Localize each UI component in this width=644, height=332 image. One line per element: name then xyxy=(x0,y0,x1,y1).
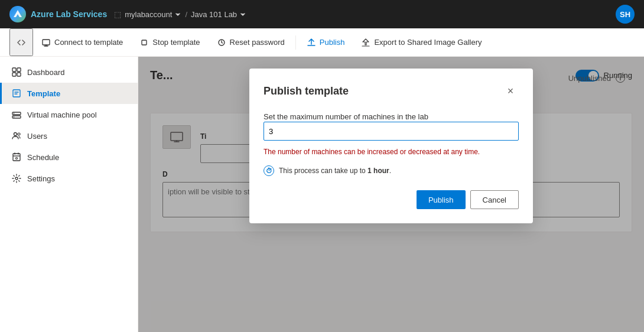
sidebar-item-dashboard[interactable]: Dashboard xyxy=(0,61,138,83)
sidebar: Dashboard Template Virtual machine pool xyxy=(0,57,138,332)
brand-bold: Azure xyxy=(31,9,54,19)
modal-cancel-button[interactable]: Cancel xyxy=(470,190,519,209)
svg-rect-5 xyxy=(12,73,16,76)
warning-text: The number of machines can be increased … xyxy=(264,148,519,156)
export-button[interactable]: Export to Shared Image Gallery xyxy=(353,28,490,56)
sidebar-item-schedule[interactable]: Schedule xyxy=(0,147,138,168)
modal-header: Publish template × xyxy=(264,83,519,99)
breadcrumb-lab[interactable]: Java 101 Lab xyxy=(191,10,246,19)
connect-to-template-button[interactable]: Connect to template xyxy=(33,28,131,56)
main-layout: Dashboard Template Virtual machine pool xyxy=(0,57,644,332)
svg-point-11 xyxy=(14,133,17,136)
modal-overlay: Publish template × Set the maximum numbe… xyxy=(138,57,644,332)
azure-logo-icon xyxy=(9,6,26,22)
stop-label: Stop template xyxy=(152,38,200,47)
sidebar-item-users[interactable]: Users xyxy=(0,125,138,147)
breadcrumb-account[interactable]: mylabaccount xyxy=(125,10,181,19)
dashboard-label: Dashboard xyxy=(27,68,65,77)
template-label: Template xyxy=(27,89,60,98)
sidebar-item-template[interactable]: Template xyxy=(0,83,138,104)
breadcrumb: ⬚ mylabaccount / Java 101 Lab xyxy=(114,10,246,19)
settings-label: Settings xyxy=(27,174,55,183)
svg-point-14 xyxy=(16,158,18,160)
modal-publish-button[interactable]: Publish xyxy=(417,190,466,209)
topbar: Azure Lab Services ⬚ mylabaccount / Java… xyxy=(0,0,644,28)
svg-point-15 xyxy=(15,177,18,180)
breadcrumb-separator: ⬚ xyxy=(114,10,121,19)
publish-button[interactable]: Publish xyxy=(298,28,353,56)
topbar-right: SH xyxy=(616,5,635,24)
modal-actions: Publish Cancel xyxy=(264,190,519,209)
modal-title: Publish template xyxy=(264,85,349,97)
modal-close-button[interactable]: × xyxy=(502,83,519,99)
info-text: This process can take up to 1 hour. xyxy=(279,167,391,175)
vm-pool-icon xyxy=(12,110,21,119)
svg-point-12 xyxy=(18,133,20,135)
svg-point-9 xyxy=(14,113,15,114)
dashboard-icon xyxy=(12,67,21,77)
reset-password-button[interactable]: Reset password xyxy=(209,28,293,56)
sidebar-item-settings[interactable]: Settings xyxy=(0,168,138,189)
export-label: Export to Shared Image Gallery xyxy=(374,38,482,47)
machines-input[interactable] xyxy=(264,122,519,141)
schedule-label: Schedule xyxy=(27,153,59,162)
stop-template-button[interactable]: Stop template xyxy=(131,28,208,56)
svg-rect-1 xyxy=(142,40,147,45)
publish-label: Publish xyxy=(320,38,345,47)
sidebar-item-vm-pool[interactable]: Virtual machine pool xyxy=(0,104,138,125)
logo: Azure Lab Services xyxy=(9,6,107,22)
info-row: ⏱ This process can take up to 1 hour. xyxy=(264,165,519,176)
svg-point-10 xyxy=(14,116,15,118)
svg-rect-4 xyxy=(17,68,21,71)
brand-rest: Lab Services xyxy=(54,9,107,19)
toolbar: Connect to template Stop template Reset … xyxy=(0,28,644,57)
clock-info-icon: ⏱ xyxy=(264,165,274,176)
vm-pool-label: Virtual machine pool xyxy=(27,110,97,119)
publish-template-modal: Publish template × Set the maximum numbe… xyxy=(249,69,533,223)
svg-rect-0 xyxy=(43,40,50,45)
collapse-button[interactable] xyxy=(9,28,33,56)
svg-rect-6 xyxy=(17,73,21,76)
users-label: Users xyxy=(27,132,47,141)
app-name: Azure Lab Services xyxy=(31,9,107,19)
toolbar-divider xyxy=(295,35,296,50)
avatar[interactable]: SH xyxy=(616,5,635,24)
connect-label: Connect to template xyxy=(54,38,123,47)
content-area: Te... Running Unpublished i Ti xyxy=(138,57,644,332)
reset-label: Reset password xyxy=(230,38,285,47)
settings-icon xyxy=(12,174,21,183)
svg-rect-3 xyxy=(12,68,16,71)
template-icon xyxy=(12,89,21,98)
users-icon xyxy=(12,131,21,141)
machines-label: Set the maximum number of machines in th… xyxy=(264,112,428,121)
breadcrumb-slash: / xyxy=(185,10,187,19)
schedule-icon xyxy=(12,152,21,162)
